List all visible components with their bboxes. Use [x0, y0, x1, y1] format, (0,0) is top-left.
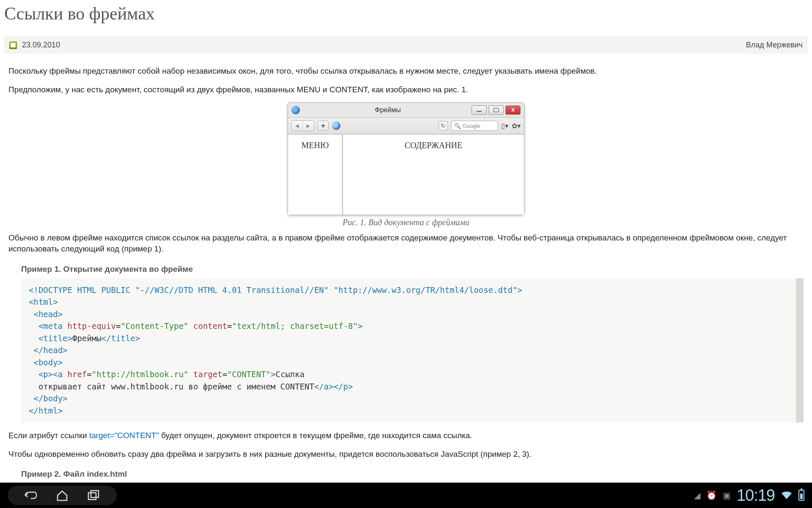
new-tab-button[interactable]: + [318, 121, 329, 131]
forward-button[interactable]: ► [303, 121, 314, 131]
figure-1: Фреймы X ◄ ► + ↻ 🔍 Google [4, 102, 808, 227]
example-1-title: Пример 1. Открытие документа во фрейме [21, 265, 808, 274]
clock[interactable]: 10:19 [737, 486, 775, 505]
settings-icon[interactable]: ✿▾ [512, 122, 521, 130]
figure-caption: Рис. 1. Вид документа с фреймами [4, 218, 808, 227]
home-icon[interactable] [56, 489, 69, 502]
frame-content: СОДЕРЖАНИЕ [343, 135, 524, 215]
globe-icon [332, 121, 340, 130]
reload-button[interactable]: ↻ [439, 121, 448, 130]
paragraph-4: Если атрибут ссылки target="CONTENT" буд… [8, 430, 804, 441]
alarm-icon[interactable]: ⏰ [706, 490, 717, 500]
wifi-icon [781, 491, 793, 500]
search-icon: 🔍 [454, 123, 461, 129]
notification-icon[interactable]: ◢ [694, 490, 700, 500]
author: Влад Мержевич [746, 41, 803, 50]
maximize-button[interactable] [488, 105, 504, 115]
svg-rect-1 [91, 491, 99, 497]
paragraph-3: Обычно в левом фрейме находится список с… [8, 232, 804, 254]
paragraph-2: Предположим, у нас есть документ, состоя… [8, 84, 804, 95]
calendar-icon [9, 41, 17, 49]
frame-menu: МЕНЮ [288, 135, 343, 215]
browser-window: Фреймы X ◄ ► + ↻ 🔍 Google [288, 102, 524, 215]
battery-icon [798, 490, 804, 501]
search-box[interactable]: 🔍 Google [451, 121, 498, 131]
back-icon[interactable] [25, 489, 37, 502]
page-title: Ссылки во фреймах [4, 3, 808, 24]
window-title: Фреймы [304, 106, 472, 114]
paragraph-5: Чтобы одновременно обновить сразу два фр… [8, 449, 804, 460]
date: 23.09.2010 [22, 41, 60, 50]
code-example-1: <!DOCTYPE HTML PUBLIC "-//W3C//DTD HTML … [21, 278, 804, 423]
close-button[interactable]: X [505, 105, 521, 115]
minimize-button[interactable] [472, 105, 487, 115]
recent-apps-icon[interactable] [87, 489, 100, 502]
bookmark-icon[interactable]: ▯▾ [501, 122, 508, 130]
example-2-title: Пример 2. Файл index.html [21, 469, 808, 479]
paragraph-1: Поскольку фреймы представляют собой набо… [8, 66, 804, 77]
search-placeholder: Google [463, 123, 480, 129]
back-button[interactable]: ◄ [292, 121, 303, 131]
svg-rect-0 [88, 493, 96, 500]
android-statusbar: ◢ ⏰ ▣ 10:19 [0, 483, 812, 508]
image-icon[interactable]: ▣ [723, 490, 731, 500]
firefox-icon [291, 106, 300, 114]
meta-bar: 23.09.2010 Влад Мержевич [4, 36, 808, 54]
